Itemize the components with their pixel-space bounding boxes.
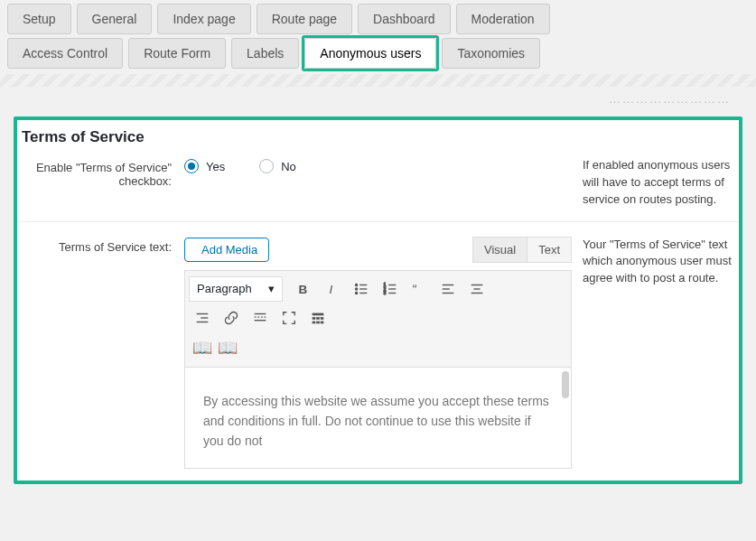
book-open-icon[interactable]: 📖 xyxy=(192,338,212,358)
enable-terms-help: If enabled anonymous users will have to … xyxy=(572,157,734,209)
editor-area: Add Media Visual Text Paragraph ▾ B I 12… xyxy=(184,237,572,469)
svg-rect-29 xyxy=(316,317,320,320)
italic-button[interactable]: I xyxy=(319,276,346,302)
tab-dashboard[interactable]: Dashboard xyxy=(358,4,451,34)
svg-point-2 xyxy=(355,284,357,285)
row-enable-terms: Enable "Terms of Service" checkbox: Yes … xyxy=(16,152,740,221)
scrollbar[interactable] xyxy=(562,371,569,398)
tab-index-page[interactable]: Index page xyxy=(157,4,250,34)
numbered-list-button[interactable]: 123 xyxy=(377,276,404,302)
svg-text:I: I xyxy=(329,282,332,295)
link-button[interactable] xyxy=(218,305,245,331)
tab-route-form[interactable]: Route Form xyxy=(128,38,226,69)
tab-moderation[interactable]: Moderation xyxy=(456,4,550,34)
add-media-label: Add Media xyxy=(201,243,257,257)
radio-yes[interactable]: Yes xyxy=(184,159,225,173)
obscured-text: ……………………… xyxy=(0,87,756,107)
editor-tab-text[interactable]: Text xyxy=(527,238,571,262)
terms-textarea[interactable] xyxy=(185,368,571,465)
torn-edge xyxy=(0,74,756,87)
insert-more-button[interactable] xyxy=(247,305,274,331)
radio-circle-icon xyxy=(184,159,199,173)
tab-route-page[interactable]: Route page xyxy=(257,4,352,34)
chevron-down-icon: ▾ xyxy=(268,282,275,295)
add-media-button[interactable]: Add Media xyxy=(184,238,269,262)
radio-yes-label: Yes xyxy=(206,160,225,173)
toolbar-toggle-button[interactable] xyxy=(304,305,331,331)
svg-text:B: B xyxy=(298,282,307,295)
align-right-button[interactable] xyxy=(189,305,216,331)
editor-toolbar: Paragraph ▾ B I 123 “ xyxy=(184,270,572,368)
svg-text:“: “ xyxy=(413,281,417,295)
radio-no[interactable]: No xyxy=(259,159,296,173)
svg-rect-27 xyxy=(313,312,324,315)
editor-tab-visual[interactable]: Visual xyxy=(473,238,527,262)
svg-rect-31 xyxy=(313,321,316,323)
tab-setup[interactable]: Setup xyxy=(7,4,71,34)
editor-mode-tabs: Visual Text xyxy=(472,237,572,263)
terms-text-help: Your "Terms of Service" text which anony… xyxy=(572,237,734,288)
tab-general[interactable]: General xyxy=(77,4,153,34)
radio-no-label: No xyxy=(281,160,296,173)
svg-rect-33 xyxy=(321,321,324,323)
tab-taxonomies[interactable]: Taxonomies xyxy=(442,38,540,69)
svg-rect-32 xyxy=(316,321,320,323)
tab-anonymous-users[interactable]: Anonymous users xyxy=(304,38,436,69)
paragraph-select-label: Paragraph xyxy=(197,282,252,295)
radio-circle-icon xyxy=(259,159,274,173)
svg-rect-28 xyxy=(313,317,316,320)
align-left-button[interactable] xyxy=(434,276,462,302)
book-open-icon[interactable]: 📖 xyxy=(218,338,238,358)
terms-text-label: Terms of Service text: xyxy=(22,237,184,254)
blockquote-button[interactable]: “ xyxy=(406,276,433,302)
terms-panel: Terms of Service Enable "Terms of Servic… xyxy=(16,119,740,481)
svg-point-6 xyxy=(355,292,357,294)
align-center-button[interactable] xyxy=(463,276,490,302)
bold-button[interactable]: B xyxy=(290,276,317,302)
textarea-wrap xyxy=(184,368,572,469)
row-terms-text: Terms of Service text: Add Media Visual … xyxy=(16,221,740,481)
tab-labels[interactable]: Labels xyxy=(231,38,299,69)
svg-text:3: 3 xyxy=(384,291,387,295)
paragraph-select[interactable]: Paragraph ▾ xyxy=(189,276,283,302)
section-title: Terms of Service xyxy=(16,119,740,152)
bullet-list-button[interactable] xyxy=(348,276,375,302)
enable-terms-radio-group: Yes No xyxy=(184,157,572,173)
admin-tabs: Setup General Index page Route page Dash… xyxy=(0,0,756,34)
svg-point-4 xyxy=(355,287,357,289)
enable-terms-label: Enable "Terms of Service" checkbox: xyxy=(22,157,184,188)
tab-access-control[interactable]: Access Control xyxy=(7,38,123,69)
admin-tabs-row2: Access Control Route Form Labels Anonymo… xyxy=(0,34,756,69)
fullscreen-button[interactable] xyxy=(275,305,303,331)
svg-rect-30 xyxy=(321,317,324,320)
